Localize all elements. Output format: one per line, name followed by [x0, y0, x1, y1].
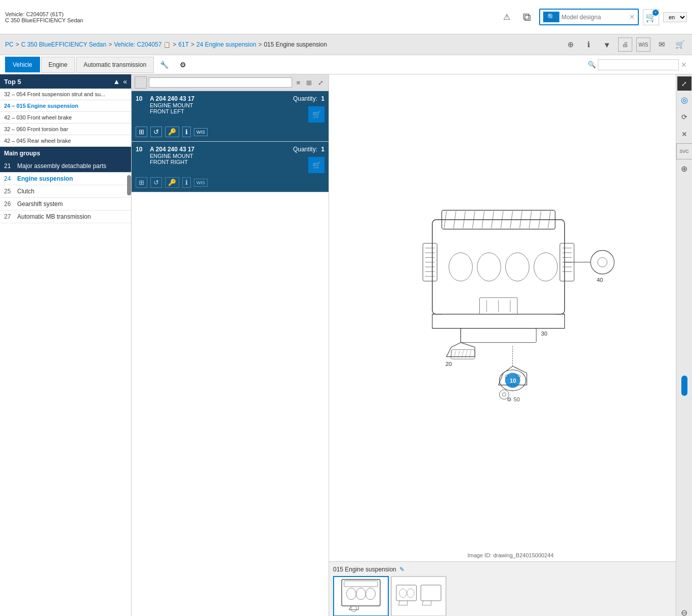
main-groups-scroll: 21 Major assembly detachable parts 24 En…	[0, 160, 131, 616]
dt-zoomout-btn[interactable]: ⊖	[676, 604, 693, 616]
svg-point-34	[590, 251, 614, 274]
tab-icon-tool2[interactable]: ⚙	[175, 58, 191, 72]
mail-icon-btn[interactable]: ✉	[655, 37, 669, 52]
mg-num-26: 26	[4, 200, 13, 208]
language-selector[interactable]: en de fr	[663, 12, 687, 22]
tab-icon-tool1[interactable]: 🔧	[155, 58, 174, 72]
svg-point-30	[449, 253, 472, 281]
main-group-item-25[interactable]: 25 Clutch	[0, 185, 131, 198]
search-submit-btn[interactable]: 🔍	[543, 12, 559, 22]
tab-auto-transmission[interactable]: Automatic transmission	[76, 57, 154, 73]
cart-btn-1[interactable]: 🛒	[308, 157, 324, 173]
copy-icon-btn[interactable]: ⧉	[519, 9, 535, 25]
breadcrumb: PC > C 350 BlueEFFICIENCY Sedan > Vehicl…	[0, 34, 692, 55]
vehicle-details-icon[interactable]: 📋	[164, 42, 171, 48]
image-id-label: Image ID: drawing_B24015000244	[329, 549, 692, 561]
filter-icon-btn[interactable]: ▼	[600, 37, 614, 52]
grid-view-icon[interactable]: ⊞	[304, 78, 314, 88]
tab-engine[interactable]: Engine	[41, 57, 75, 73]
part-qty-label-0: Quantity: 1	[293, 95, 324, 102]
part-row-0[interactable]: 10 A 204 240 43 17 ENGINE MOUNT FRONT LE…	[132, 91, 329, 142]
breadcrumb-vehicle[interactable]: Vehicle: C204057	[114, 41, 161, 48]
wis-icon-btn[interactable]: WIS	[636, 37, 650, 52]
cart-bc-icon-btn[interactable]: 🛒	[673, 37, 687, 52]
mg-num-24: 24	[4, 175, 13, 182]
breadcrumb-61t[interactable]: 61T	[178, 41, 189, 48]
diagram-right-toolbar: ⤢ ◎ ⟳ ✕ SVC ⊕ ⊖	[676, 74, 692, 616]
engine-diagram-svg: 30 40	[382, 206, 625, 418]
cart-icon-btn[interactable]: 🛒 +	[643, 9, 659, 25]
thumbnail-0[interactable]	[333, 576, 389, 616]
fullscreen-icon[interactable]: ⤢	[316, 78, 325, 88]
warning-icon-btn[interactable]: ⚠	[499, 9, 515, 25]
zoom-in-icon-btn[interactable]: ⊕	[563, 37, 578, 52]
thumbnail-1[interactable]	[391, 576, 446, 616]
thumb-edit-icon[interactable]: ✎	[399, 566, 404, 573]
part-details-0: A 204 240 43 17 ENGINE MOUNT FRONT LEFT	[150, 95, 289, 114]
collapse-icon[interactable]: ▲	[113, 77, 120, 86]
top5-item-0[interactable]: 32 – 054 Front suspension strut and su..…	[0, 89, 131, 100]
diag-label-30: 30	[541, 331, 547, 337]
part-grid-icon-1[interactable]: ⊞	[136, 177, 147, 188]
part-row-0-bottom: ⊞ ↺ 🔑 ℹ WIS	[132, 125, 329, 141]
tab-search-input[interactable]	[598, 59, 679, 70]
top5-item-1[interactable]: 24 – 015 Engine suspension	[0, 100, 131, 112]
top5-item-4[interactable]: 42 – 045 Rear wheel brake	[0, 135, 131, 147]
main-group-item-21[interactable]: 21 Major assembly detachable parts	[0, 160, 131, 173]
breadcrumb-engine-suspension[interactable]: 24 Engine suspension	[196, 41, 256, 48]
part-grid-icon-0[interactable]: ⊞	[136, 127, 147, 137]
svg-rect-56	[342, 580, 380, 606]
main-group-item-26[interactable]: 26 Gearshift system	[0, 198, 131, 211]
header-controls: ⚠ ⧉ 🔍 ✕ 🛒 + en de fr	[499, 9, 687, 25]
main-groups-header: Main groups	[0, 147, 131, 160]
main-group-item-24[interactable]: 24 Engine suspension	[0, 173, 131, 185]
part-info-icon-0[interactable]: ℹ	[182, 127, 191, 137]
list-view-icon[interactable]: ≡	[294, 78, 302, 88]
dt-circle-btn[interactable]: ◎	[676, 92, 693, 108]
dt-history-btn[interactable]: ⟳	[676, 109, 693, 125]
diagram-panel: ⤢ ◎ ⟳ ✕ SVC ⊕ ⊖	[329, 74, 692, 616]
part-wis-badge-0[interactable]: WIS	[194, 128, 208, 136]
part-info-icon-1[interactable]: ℹ	[182, 177, 191, 188]
part-key-icon-1[interactable]: 🔑	[165, 177, 179, 188]
dt-close-btn[interactable]: ✕	[676, 126, 693, 142]
center-search-input[interactable]	[149, 77, 292, 88]
svg-point-61	[351, 606, 356, 611]
part-row-1[interactable]: 10 A 204 240 43 17 ENGINE MOUNT FRONT RI…	[132, 142, 329, 192]
breadcrumb-current: 015 Engine suspension	[264, 41, 327, 48]
top5-item-2[interactable]: 42 – 030 Front wheel brake	[0, 112, 131, 124]
info-icon-btn[interactable]: ℹ	[582, 37, 596, 52]
dt-fullscreen-btn[interactable]: ⤢	[677, 76, 691, 91]
mg-name-25: Clutch	[17, 188, 34, 195]
bottom-panel: 015 Engine suspension ✎	[329, 561, 692, 616]
search-input[interactable]	[561, 14, 627, 21]
dt-zoomin-btn[interactable]: ⊕	[676, 160, 693, 177]
diag-label-50: ⚙ 50	[507, 396, 520, 402]
svg-point-59	[356, 588, 366, 600]
part-refresh-icon-0[interactable]: ↺	[150, 127, 162, 137]
sidebar-scrollbar[interactable]	[127, 175, 131, 195]
diagram-area: 30 40	[329, 74, 692, 549]
tab-search-clear[interactable]: ✕	[681, 61, 687, 69]
double-left-icon[interactable]: «	[123, 77, 127, 86]
part-row-1-bottom: ⊞ ↺ 🔑 ℹ WIS	[132, 175, 329, 192]
part-key-icon-0[interactable]: 🔑	[165, 127, 179, 137]
main-group-item-27[interactable]: 27 Automatic MB transmission	[0, 211, 131, 223]
dt-svc-btn[interactable]: SVC	[676, 143, 693, 159]
tab-search-area: 🔍 ✕	[588, 59, 687, 70]
blue-indicator[interactable]	[681, 376, 687, 396]
part-refresh-icon-1[interactable]: ↺	[150, 177, 162, 188]
tab-vehicle[interactable]: Vehicle	[5, 57, 40, 72]
breadcrumb-model[interactable]: C 350 BlueEFFICIENCY Sedan	[21, 41, 107, 48]
search-clear-icon[interactable]: ✕	[629, 13, 635, 21]
print-icon-btn[interactable]: 🖨	[618, 37, 632, 52]
top5-item-3[interactable]: 32 – 060 Front torsion bar	[0, 124, 131, 135]
thumbnails-container	[333, 576, 688, 616]
mg-name-21: Major assembly detachable parts	[17, 162, 106, 170]
svg-rect-29	[461, 328, 536, 343]
cart-btn-0[interactable]: 🛒	[308, 106, 324, 122]
tab-search-btn[interactable]: 🔍	[588, 61, 596, 68]
breadcrumb-pc[interactable]: PC	[5, 41, 14, 48]
part-wis-badge-1[interactable]: WIS	[194, 179, 208, 187]
svg-point-64	[407, 589, 414, 598]
